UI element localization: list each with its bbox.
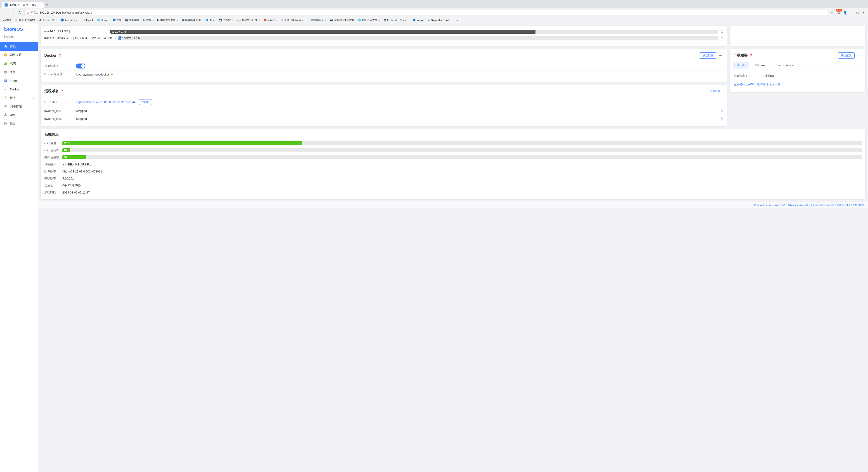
docker-help-icon[interactable]: ❓ (58, 54, 61, 57)
sidebar-item-home[interactable]: 首页 (0, 42, 38, 51)
sidebar-item-docker[interactable]: Docker › (0, 85, 38, 94)
download-service-quick-btn[interactable]: 快速配置 (838, 53, 855, 59)
download-status-value: 未启动 (765, 74, 862, 78)
sidebar-item-network[interactable]: 网络 › (0, 111, 38, 119)
ddnsto-control-btn[interactable]: 控制台 (139, 99, 152, 105)
bookmark-processon[interactable]: 📊ProcessOn - 我… (235, 18, 261, 22)
bookmark-google[interactable]: 🌐Google (96, 18, 110, 22)
bookmark-tencent[interactable]: 🎬腾讯视频 (124, 18, 140, 22)
svg-rect-1 (5, 63, 6, 65)
profile-button[interactable]: 👤 (842, 10, 848, 15)
system-info-menu[interactable]: ··· (858, 132, 862, 137)
sidebar-item-storage[interactable]: 网络存储 › (0, 102, 38, 111)
myddns-ipv6-edit-icon[interactable]: ✎ (720, 117, 723, 121)
bookmark-nanya[interactable]: 🔵Nanya (411, 18, 425, 22)
bookmark-mikrotik[interactable]: 🔴MikroTik (262, 18, 278, 22)
bookmark-sony[interactable]: 📷SONY-ILCE-7RM4 (329, 18, 355, 22)
myddns-ipv4-edit-icon[interactable]: ✎ (720, 109, 723, 113)
remote-domain-header: 远程域名 ❓ 快速配置 (44, 88, 723, 94)
minimize-button[interactable]: ─ (849, 10, 855, 15)
new-tab-button[interactable]: + (43, 2, 50, 8)
reload-button[interactable]: ↻ (17, 9, 23, 15)
ddnsto-row: DDNSTO: https://istore-00a0c9000000-81.k… (44, 97, 723, 107)
tab-close-button[interactable]: ✕ (38, 3, 41, 7)
cpu-usage-bar-wrap: 1% (62, 148, 862, 152)
disk-bar-wrap-mmcblk0: 22G/29.1GiB (110, 30, 718, 34)
mem-usage-label: 内存使用率 (44, 155, 62, 159)
tab-aria2[interactable]: Aria2 (733, 62, 749, 69)
logout-icon (4, 122, 8, 126)
docker-title: Docker ❓ (44, 54, 61, 58)
device-value: HIKSEMI HS-AFS-R1 (62, 163, 862, 166)
bookmark-charging[interactable]: 🔌充电头 - 智… (37, 18, 59, 22)
disk-action-mmcblk0[interactable]: ⊙ (720, 29, 723, 34)
bookmark-gaote[interactable]: 🌐高特尔 以太网… (356, 18, 381, 22)
remote-domain-quick-btn[interactable]: 快速配置 (707, 88, 723, 94)
close-button[interactable]: ✕ (861, 10, 866, 15)
download-service-actions: 快速配置 ··· (838, 53, 862, 59)
docker-quick-btn[interactable]: 快速配置 (700, 53, 716, 59)
bookmark-ds1821[interactable]: 💾DS1821+ (217, 18, 235, 22)
content-inner: mmcblk0【29.1 GiB】 22G/29.1GiB ⊙ nvme0n1【… (38, 23, 868, 202)
forward-button[interactable]: → (9, 10, 16, 15)
svg-rect-13 (5, 114, 6, 114)
sidebar-search-section: 搜索菜单 (0, 34, 38, 42)
sidebar-item-status[interactable]: 状态 › (0, 59, 38, 68)
sidebar-item-istore[interactable]: iStore (0, 76, 38, 85)
tab-title: iStoreOS - 首页 - LuCI (9, 3, 36, 7)
download-service-help-icon[interactable]: ❓ (749, 54, 753, 57)
svg-rect-2 (6, 62, 7, 65)
bookmark-jd[interactable]: 🛒京东(JD.COM) (13, 18, 36, 22)
remote-domain-card: 远程域名 ❓ 快速配置 DDNSTO: https://istore-00a0c… (41, 85, 727, 126)
sidebar-item-wizard[interactable]: 网络向导 (0, 51, 38, 59)
tab-transmission[interactable]: Transmission (772, 62, 798, 69)
ddnsto-label: DDNSTO: (44, 100, 76, 104)
sidebar-item-system-label: 系统 (10, 70, 16, 74)
uptime-row: 已启动 0小时5分30秒 (44, 182, 862, 189)
bookmark-baidu[interactable]: 🔵百度 (111, 18, 123, 22)
svg-rect-9 (6, 90, 7, 90)
docker-more-btn[interactable]: ··· (718, 53, 723, 58)
sidebar-item-service[interactable]: 服务 › (0, 94, 38, 102)
logo-text: iStoreOS (4, 27, 23, 32)
svg-rect-5 (5, 90, 6, 90)
bookmark-anime[interactable]: 🌸首页 - 动漫花园… (279, 18, 305, 22)
svg-rect-14 (4, 115, 5, 116)
bookmark-star[interactable]: ☆ (830, 10, 835, 15)
istore-icon (4, 79, 8, 83)
wizard-icon (4, 53, 8, 57)
bookmark-iqiyi[interactable]: 🎵爱奇艺 (141, 18, 155, 22)
myddns-ipv6-value: Stopped ✎ (76, 117, 723, 121)
maximize-button[interactable]: □ (855, 10, 860, 15)
active-tab[interactable]: iStoreOS - 首页 - LuCI ✕ (2, 2, 43, 8)
sidebar-item-system[interactable]: 系统 › (0, 68, 38, 76)
bookmark-chiphell[interactable]: 📋Chiphell (79, 18, 95, 22)
bookmark-ikuai[interactable]: 🔷iKuai (204, 18, 216, 22)
bookmark-taobao[interactable]: 🛍淘宝 (2, 18, 13, 22)
svg-rect-4 (5, 89, 6, 90)
bookmark-bilibili[interactable]: 📺哔哩哔哩 bilibili (180, 18, 204, 22)
disk-action-nvme0n1[interactable]: ⊙ (720, 36, 723, 40)
remote-domain-help-icon[interactable]: ❓ (60, 90, 64, 93)
ddnsto-url[interactable]: https://istore-00a0c9000000-81.kooldns.c… (76, 100, 137, 104)
service-arrow-icon: › (33, 97, 34, 99)
docker-dir-value: /overlay/upper/opt/docker (76, 73, 723, 76)
download-service-more-btn[interactable]: ··· (856, 53, 862, 58)
docker-toggle[interactable] (76, 64, 86, 68)
bookmark-skyworks[interactable]: 📡Skyworks | Produ… (426, 18, 454, 22)
bookmark-ali[interactable]: 📧阿里邮箱企业 (306, 18, 328, 22)
tab-qbittorrent[interactable]: qBittorrent (749, 62, 772, 69)
disk-bar-label-mmcblk0: 22G/29.1GiB (112, 30, 126, 34)
download-cloud-link[interactable]: 使用易有云APP，随时随地远程下载 (733, 83, 780, 86)
kernel-row: 内核版本 5.10.201 (44, 175, 862, 182)
not-secure-label: 不安全 (31, 11, 38, 14)
back-button[interactable]: ← (2, 10, 8, 15)
bookmark-more[interactable]: » (455, 18, 459, 22)
network-arrow-icon: › (33, 114, 34, 117)
sidebar-item-logout[interactable]: 退出 (0, 119, 38, 128)
bookmark-embedded[interactable]: 💻Embedded Proce… (382, 18, 410, 22)
address-bar[interactable]: ⚠ 不安全 192.168.100.1/cgi-bin/luci/admin/q… (24, 10, 828, 15)
bookmark-koolcenter[interactable]: 🟦KoolCenter (59, 18, 78, 22)
bookmark-youku[interactable]: ▶优酷-世界都喜… (156, 18, 180, 22)
content-area: mmcblk0【29.1 GiB】 22G/29.1GiB ⊙ nvme0n1【… (38, 23, 868, 472)
